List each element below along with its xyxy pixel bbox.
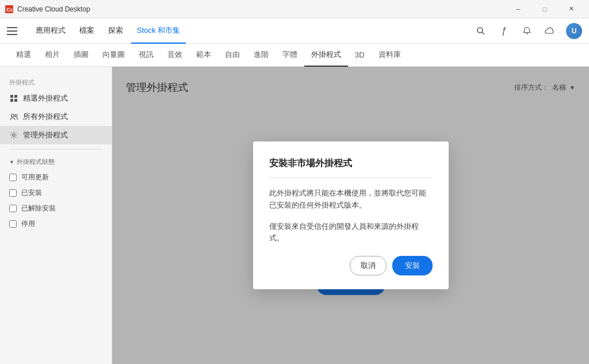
sidebar-section-title: 外掛程式 (0, 74, 112, 89)
checkbox-installed[interactable] (9, 189, 17, 197)
tab-font[interactable]: 字體 (276, 44, 304, 67)
font-icon[interactable]: ƒ (497, 24, 511, 38)
app-title: Creative Cloud Desktop (17, 5, 505, 13)
people-icon (9, 112, 18, 121)
filter-uninstalled[interactable]: 已解除安裝 (0, 201, 112, 216)
tab-video[interactable]: 視訊 (132, 44, 160, 67)
sidebar-item-manage[interactable]: 管理外掛程式 (0, 126, 112, 144)
tab-illustration[interactable]: 插圖 (67, 44, 95, 67)
minimize-button[interactable]: ─ (505, 0, 531, 18)
svg-rect-7 (14, 99, 17, 102)
sidebar-item-all[interactable]: 所有外掛程式 (0, 108, 112, 126)
nav-item-apps[interactable]: 應用程式 (30, 18, 71, 44)
gear-icon (9, 131, 18, 140)
filter-label-3: 停用 (21, 219, 35, 229)
tab-3d[interactable]: 3D (348, 44, 372, 67)
nav-item-files[interactable]: 檔案 (74, 18, 100, 44)
tab-vector[interactable]: 向量圖 (95, 44, 132, 67)
svg-rect-6 (10, 99, 13, 102)
nav-item-explore[interactable]: 探索 (102, 18, 129, 44)
checkbox-disabled[interactable] (9, 220, 17, 228)
modal-overlay: 安裝非市場外掛程式 此外掛程式將只能在本機使用，並將取代您可能已安裝的任何外掛程… (112, 67, 589, 364)
modal-title: 安裝非市場外掛程式 (269, 158, 433, 170)
window-controls: ─ □ ✕ (505, 0, 584, 18)
filter-label-1: 已安裝 (21, 188, 42, 198)
filter-disabled[interactable]: 停用 (0, 216, 112, 232)
svg-line-3 (482, 32, 484, 35)
tab-library[interactable]: 資料庫 (372, 44, 408, 67)
tab-audio[interactable]: 音效 (160, 44, 189, 67)
sidebar-divider (9, 149, 102, 150)
title-bar: Cc Creative Cloud Desktop ─ □ ✕ (0, 0, 589, 18)
modal-dialog: 安裝非市場外掛程式 此外掛程式將只能在本機使用，並將取代您可能已安裝的任何外掛程… (253, 141, 449, 289)
cloud-icon[interactable] (543, 24, 557, 38)
filter-installed[interactable]: 已安裝 (0, 185, 112, 201)
modal-body: 此外掛程式將只能在本機使用，並將取代您可能已安裝的任何外掛程式版本。 (269, 187, 433, 212)
checkbox-available-update[interactable] (9, 174, 17, 181)
nav-right: ƒ U (474, 23, 582, 39)
sidebar: 外掛程式 精選外掛程式 所有外掛程式 (0, 67, 112, 364)
app-icon: Cc (5, 5, 14, 14)
svg-text:Cc: Cc (6, 7, 13, 13)
avatar[interactable]: U (566, 23, 582, 39)
svg-point-2 (477, 28, 483, 33)
checkbox-uninstalled[interactable] (9, 205, 17, 212)
cancel-button[interactable]: 取消 (350, 256, 387, 275)
close-button[interactable]: ✕ (558, 0, 584, 18)
svg-point-9 (15, 114, 17, 117)
chevron-down-icon: ▼ (9, 159, 14, 165)
bell-icon[interactable] (520, 24, 534, 38)
sidebar-featured-label: 精選外掛程式 (23, 93, 68, 104)
tab-featured[interactable]: 精選 (9, 44, 38, 67)
search-icon[interactable] (474, 24, 488, 38)
svg-point-10 (13, 134, 15, 136)
modal-actions: 取消 安裝 (269, 256, 433, 275)
sidebar-group-header[interactable]: ▼ 外掛程式狀態 (0, 154, 112, 170)
install-button[interactable]: 安裝 (392, 256, 433, 275)
modal-divider (269, 178, 433, 178)
tab-advanced[interactable]: 進階 (247, 44, 276, 67)
maximize-button[interactable]: □ (531, 0, 558, 18)
filter-available-update[interactable]: 可用更新 (0, 170, 112, 185)
main-layout: 外掛程式 精選外掛程式 所有外掛程式 (0, 67, 589, 364)
grid-icon (9, 94, 18, 103)
sidebar-item-featured[interactable]: 精選外掛程式 (0, 89, 112, 108)
tab-free[interactable]: 自由 (218, 44, 247, 67)
tab-plugins[interactable]: 外掛程式 (304, 44, 348, 67)
top-nav: 應用程式 檔案 探索 Stock 和市集 ƒ U (0, 18, 589, 44)
modal-warning: 僅安裝來自受信任的開發人員和來源的外掛程式。 (269, 221, 433, 245)
hamburger-menu[interactable] (7, 23, 23, 39)
sidebar-manage-label: 管理外掛程式 (23, 130, 68, 140)
filter-label-0: 可用更新 (21, 173, 49, 182)
content-area: 管理外掛程式 排序方式： 名稱 ▼ 安裝非市場外掛程式 此外掛程式將只能在本機使… (112, 67, 589, 364)
nav-items: 應用程式 檔案 探索 Stock 和市集 (30, 18, 474, 44)
filter-label-2: 已解除安裝 (21, 204, 56, 213)
svg-rect-5 (14, 95, 17, 98)
svg-rect-4 (10, 95, 13, 98)
modal-body-line1: 此外掛程式將只能在本機使用，並將取代您可能已安裝的任何外掛程式版本。 (269, 189, 426, 209)
filter-group-label: 外掛程式狀態 (17, 158, 55, 166)
nav-item-stock[interactable]: Stock 和市集 (131, 18, 186, 44)
tab-photo[interactable]: 相片 (38, 44, 67, 67)
sidebar-all-label: 所有外掛程式 (23, 112, 68, 122)
svg-point-8 (11, 114, 14, 117)
tab-template[interactable]: 範本 (189, 44, 218, 67)
modal-warning-text: 僅安裝來自受信任的開發人員和來源的外掛程式。 (269, 222, 419, 243)
sub-tabs: 精選 相片 插圖 向量圖 視訊 音效 範本 自由 進階 字體 外掛程式 3D 資… (0, 44, 589, 67)
